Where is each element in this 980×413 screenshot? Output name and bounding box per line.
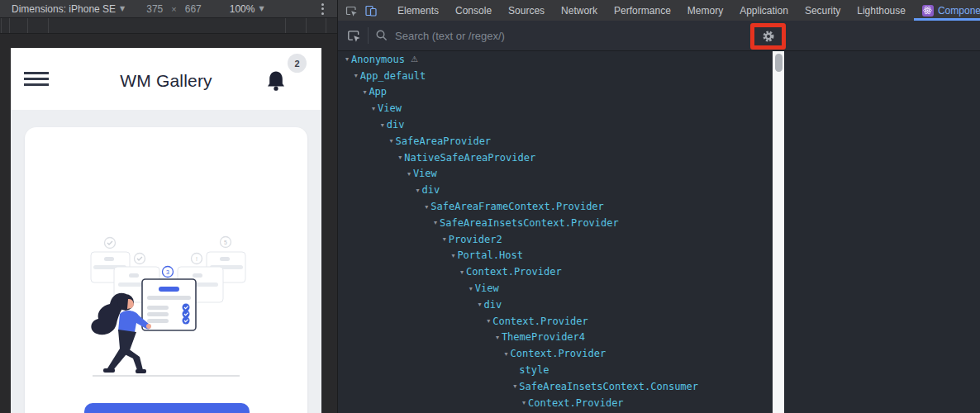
tree-row-app[interactable]: ▾App: [338, 84, 773, 101]
warning-icon: ⚠: [411, 55, 418, 64]
app-header: WM Gallery 2: [11, 48, 321, 110]
tab-performance[interactable]: Performance: [606, 0, 679, 21]
component-name: SafeAreaProvider: [396, 135, 492, 147]
expand-arrow-icon[interactable]: ▾: [520, 399, 528, 406]
component-name: App: [369, 86, 387, 97]
expand-arrow-icon[interactable]: ▾: [396, 154, 404, 161]
device-dropdown[interactable]: Dimensions: iPhone SE: [12, 3, 116, 15]
tree-row-anonymous[interactable]: ▾Anonymous⚠: [338, 51, 773, 68]
device-canvas: WM Gallery 2: [0, 34, 337, 413]
tree-row-nativesafeareaprovider[interactable]: ▾NativeSafeAreaProvider: [338, 150, 773, 166]
component-name: Provider2: [449, 234, 502, 245]
expand-arrow-icon[interactable]: ▾: [369, 105, 378, 112]
inspect-component-icon[interactable]: [346, 28, 361, 43]
annotation-highlight-box: [750, 23, 786, 50]
expand-arrow-icon[interactable]: ▾: [422, 203, 431, 211]
svg-text:5: 5: [224, 240, 227, 245]
expand-arrow-icon[interactable]: ▾: [467, 285, 475, 292]
device-toolbar: Dimensions: iPhone SE ▼ 375 × 667 100% ▼: [0, 0, 337, 18]
expand-arrow-icon[interactable]: ▾: [511, 382, 519, 390]
chevron-down-icon[interactable]: ▼: [259, 5, 264, 12]
components-panel-toolbar: [338, 21, 980, 51]
tree-row-app_default[interactable]: ▾App_default: [338, 68, 773, 84]
expand-arrow-icon[interactable]: ▾: [493, 334, 502, 341]
expand-arrow-icon[interactable]: ▾: [484, 317, 492, 325]
expand-arrow-icon[interactable]: ▾: [458, 268, 466, 276]
component-name: div: [387, 119, 405, 131]
expand-arrow-icon[interactable]: ▾: [431, 219, 440, 226]
tab-network[interactable]: Network: [553, 0, 606, 21]
tree-row-safeareaframecontext.provider[interactable]: ▾SafeAreaFrameContext.Provider: [338, 198, 773, 215]
expand-arrow-icon[interactable]: ▾: [440, 235, 449, 243]
mobile-viewport: WM Gallery 2: [11, 48, 321, 413]
tab-application[interactable]: Application: [731, 0, 797, 21]
device-toolbar-toggle-icon[interactable]: [364, 4, 378, 17]
props-inspector-pane: [784, 51, 980, 413]
tab-security[interactable]: Security: [797, 0, 849, 21]
dimension-multiply-sign: ×: [171, 4, 176, 14]
empty-state-illustration: 3 ! 5: [70, 233, 252, 382]
viewport-width-field[interactable]: 375: [146, 3, 163, 15]
expand-arrow-icon[interactable]: ▾: [449, 252, 457, 259]
tree-row-view[interactable]: ▾View: [338, 280, 773, 297]
inspect-element-icon[interactable]: [345, 4, 358, 17]
empty-state-card: 3 ! 5: [25, 127, 307, 413]
component-name: SafeAreaFrameContext.Provider: [431, 201, 604, 212]
svg-text:3: 3: [166, 269, 169, 275]
devtools-panel: ElementsConsoleSourcesNetworkPerformance…: [337, 0, 980, 413]
tree-scrollbar[interactable]: [773, 51, 784, 413]
expand-arrow-icon[interactable]: ▾: [405, 170, 413, 178]
chevron-down-icon[interactable]: ▼: [120, 5, 125, 12]
tree-row-safeareaprovider[interactable]: ▾SafeAreaProvider: [338, 133, 773, 150]
tab-console[interactable]: Console: [447, 0, 500, 21]
notification-bell-icon[interactable]: [265, 69, 287, 93]
expand-arrow-icon[interactable]: ▾: [388, 137, 396, 145]
device-emulation-area: Dimensions: iPhone SE ▼ 375 × 667 100% ▼…: [0, 0, 337, 413]
expand-arrow-icon[interactable]: ▾: [343, 55, 351, 63]
expand-arrow-icon[interactable]: ▾: [414, 187, 422, 194]
component-name: Context.Provider: [511, 348, 607, 359]
tree-row-div[interactable]: ▾div: [338, 297, 773, 313]
component-name: div: [484, 299, 502, 311]
tree-row-div[interactable]: ▾div: [338, 182, 773, 198]
component-name: Context.Provider: [492, 316, 588, 327]
tree-row-context.provider[interactable]: ▾Context.Provider: [338, 313, 773, 330]
scrollbar-thumb[interactable]: [775, 54, 783, 72]
device-ruler: [0, 18, 337, 34]
component-name: View: [413, 168, 437, 179]
tab-lighthouse[interactable]: Lighthouse: [849, 0, 914, 21]
react-devtools-icon: [922, 5, 934, 17]
expand-arrow-icon[interactable]: ▾: [352, 72, 360, 79]
tree-row-context.provider[interactable]: ▾Context.Provider: [338, 263, 773, 280]
viewport-height-field[interactable]: 667: [185, 3, 202, 15]
more-options-icon[interactable]: [319, 1, 326, 17]
devtools-tabbar: ElementsConsoleSourcesNetworkPerformance…: [338, 0, 980, 21]
search-icon: [375, 29, 388, 42]
tree-row-safeareainsetscontext.provider[interactable]: ▾SafeAreaInsetsContext.Provider: [338, 215, 773, 231]
settings-gear-icon[interactable]: [762, 30, 775, 43]
tree-row-view[interactable]: ▾View: [338, 166, 773, 183]
component-name: Context.Provider: [466, 266, 562, 278]
expand-arrow-icon[interactable]: ▾: [502, 350, 511, 358]
tree-row-provider2[interactable]: ▾Provider2: [338, 231, 773, 248]
expand-arrow-icon[interactable]: ▾: [360, 88, 369, 96]
tree-row-view[interactable]: ▾View: [338, 100, 773, 116]
expand-arrow-icon[interactable]: ▾: [378, 121, 387, 129]
primary-cta-button[interactable]: [84, 403, 250, 413]
search-input[interactable]: [395, 30, 643, 42]
expand-arrow-icon[interactable]: ▾: [476, 301, 484, 308]
tab-sources[interactable]: Sources: [500, 0, 553, 21]
svg-text:!: !: [196, 256, 197, 262]
tab-components[interactable]: Components: [914, 0, 980, 21]
tree-row-context.provider[interactable]: ▾Context.Provider: [338, 345, 773, 362]
zoom-dropdown[interactable]: 100%: [230, 3, 255, 15]
tab-memory[interactable]: Memory: [679, 0, 731, 21]
tab-elements[interactable]: Elements: [389, 0, 447, 21]
tree-row-div[interactable]: ▾div: [338, 116, 773, 133]
tree-row-safeareainsetscontext.consumer[interactable]: ▾SafeAreaInsetsContext.Consumer: [338, 378, 773, 395]
tree-row-context.provider[interactable]: ▾Context.Provider: [338, 395, 773, 411]
component-name: NativeSafeAreaProvider: [404, 152, 535, 164]
tree-row-portal.host[interactable]: ▾Portal.Host: [338, 248, 773, 264]
tree-row-style[interactable]: ▾style: [338, 362, 773, 378]
tree-row-themeprovider4[interactable]: ▾ThemeProvider4: [338, 330, 773, 346]
